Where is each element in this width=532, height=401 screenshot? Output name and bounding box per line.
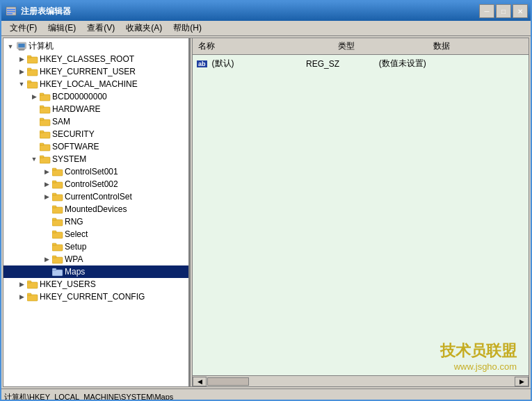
tree-item-hardware[interactable]: HARDWARE — [3, 103, 188, 115]
tree-item-rng[interactable]: RNG — [3, 215, 188, 228]
tree-label-controlset002: ControlSet002 — [65, 179, 118, 189]
expander-system[interactable]: ▼ — [29, 154, 40, 165]
column-headers: 名称 类型 数据 — [193, 38, 529, 55]
expander-currentcontrolset[interactable]: ▶ — [41, 191, 52, 202]
ab-icon: ab — [197, 60, 207, 67]
menu-item-帮助(H)[interactable]: 帮助(H) — [168, 21, 207, 35]
tree-label-security: SECURITY — [52, 129, 95, 139]
svg-rect-28 — [52, 182, 63, 188]
tree-item-currentcontrolset[interactable]: ▶ CurrentControlSet — [3, 190, 188, 203]
registry-values: ab (默认) REG_SZ (数值未设置) — [193, 55, 529, 375]
right-panel: 名称 类型 数据 ab (默认) REG_SZ (数值未设置) ◀ — [193, 38, 529, 386]
tree-label-wpa: WPA — [65, 254, 83, 264]
folder-icon-maps — [52, 268, 63, 277]
menu-item-收藏夹(A)[interactable]: 收藏夹(A) — [120, 21, 168, 35]
tree-panel[interactable]: ▼ 计算机▶ HKEY_CLASSES_ROOT▶ HKEY_CURRENT_U… — [3, 38, 190, 386]
folder-icon-controlset001 — [52, 167, 63, 177]
svg-rect-3 — [7, 13, 13, 15]
svg-rect-27 — [52, 168, 56, 170]
tree-item-system[interactable]: ▼ SYSTEM — [3, 153, 188, 165]
menu-bar: 文件(F)编辑(E)查看(V)收藏夹(A)帮助(H) — [1, 21, 531, 36]
tree-label-software: SOFTWARE — [52, 142, 99, 152]
svg-rect-46 — [27, 295, 38, 301]
svg-rect-32 — [52, 207, 63, 213]
tree-item-local_machine[interactable]: ▼ HKEY_LOCAL_MACHINE — [3, 78, 188, 90]
svg-rect-19 — [40, 118, 44, 120]
expander-rng — [41, 216, 52, 227]
expander-current_user[interactable]: ▶ — [16, 66, 27, 77]
svg-rect-36 — [52, 232, 63, 238]
title-bar-left: 注册表编辑器 — [6, 6, 71, 17]
svg-rect-31 — [52, 193, 56, 195]
tree-item-maps[interactable]: Maps — [3, 265, 188, 278]
svg-rect-44 — [27, 282, 38, 288]
folder-icon-current_user — [27, 67, 38, 76]
expander-bcd[interactable]: ▶ — [29, 91, 40, 102]
tree-item-mounteddevices[interactable]: MountedDevices — [3, 203, 188, 215]
tree-label-hkey_current_config: HKEY_CURRENT_CONFIG — [40, 292, 145, 302]
tree-item-hkey_current_config[interactable]: ▶ HKEY_CURRENT_CONFIG — [3, 290, 188, 303]
menu-item-文件(F)[interactable]: 文件(F) — [4, 21, 42, 35]
col-data: 数据 — [430, 40, 526, 53]
tree-item-wpa[interactable]: ▶ WPA — [3, 253, 188, 265]
menu-item-编辑(E)[interactable]: 编辑(E) — [42, 21, 81, 35]
svg-rect-33 — [52, 206, 56, 208]
tree-label-setup: Setup — [65, 242, 86, 252]
folder-icon-select — [52, 230, 63, 239]
col-type: 类型 — [335, 40, 430, 53]
scroll-right-btn[interactable]: ▶ — [515, 377, 529, 386]
folder-icon-setup — [52, 243, 63, 252]
window-title: 注册表编辑器 — [21, 6, 71, 17]
menu-item-查看(V)[interactable]: 查看(V) — [81, 21, 120, 35]
expander-wpa[interactable]: ▶ — [41, 254, 52, 265]
scroll-left-btn[interactable]: ◀ — [193, 377, 207, 386]
svg-rect-8 — [27, 57, 38, 63]
tree-item-controlset002[interactable]: ▶ ControlSet002 — [3, 178, 188, 190]
tree-item-security[interactable]: SECURITY — [3, 128, 188, 140]
tree-item-bcd[interactable]: ▶ BCD00000000 — [3, 90, 188, 103]
svg-rect-20 — [40, 132, 50, 138]
tree-label-hardware: HARDWARE — [52, 104, 101, 114]
folder-icon-local_machine — [27, 80, 38, 89]
expander-controlset002[interactable]: ▶ — [41, 179, 52, 190]
svg-rect-45 — [27, 281, 31, 283]
svg-rect-5 — [18, 44, 24, 48]
expander-hardware — [29, 104, 40, 115]
expander-local_machine[interactable]: ▼ — [16, 79, 27, 90]
folder-icon-hkey_users — [27, 280, 38, 289]
close-button[interactable]: ✕ — [513, 4, 528, 18]
svg-rect-38 — [52, 245, 63, 251]
maximize-button[interactable]: □ — [496, 4, 511, 18]
tree-item-sam[interactable]: SAM — [3, 115, 188, 128]
scroll-track[interactable] — [207, 377, 515, 386]
tree-item-software[interactable]: SOFTWARE — [3, 140, 188, 153]
expander-controlset001[interactable]: ▶ — [41, 166, 52, 177]
expander-security — [29, 129, 40, 140]
folder-icon-currentcontrolset — [52, 193, 63, 202]
expander-computer[interactable]: ▼ — [5, 41, 16, 52]
folder-icon-controlset002 — [52, 180, 63, 189]
tree-item-setup[interactable]: Setup — [3, 240, 188, 253]
minimize-button[interactable]: ─ — [479, 4, 494, 18]
expander-software — [29, 141, 40, 152]
folder-icon-security — [40, 130, 51, 139]
expander-hkey_users[interactable]: ▶ — [16, 279, 27, 290]
svg-rect-40 — [52, 257, 63, 263]
svg-rect-17 — [40, 106, 44, 108]
tree-item-select[interactable]: Select — [3, 228, 188, 240]
expander-select — [41, 229, 52, 240]
tree-label-bcd: BCD00000000 — [52, 92, 107, 101]
tree-item-controlset001[interactable]: ▶ ControlSet001 — [3, 165, 188, 178]
tree-item-computer[interactable]: ▼ 计算机 — [3, 40, 188, 53]
scroll-thumb[interactable] — [207, 377, 249, 386]
expander-hkey_current_config[interactable]: ▶ — [16, 291, 27, 302]
svg-rect-22 — [40, 145, 50, 151]
default-label: (默认) — [212, 58, 234, 69]
horizontal-scrollbar[interactable]: ◀ ▶ — [193, 375, 529, 386]
folder-icon-classes_root — [27, 55, 38, 64]
tree-label-current_user: HKEY_CURRENT_USER — [40, 67, 136, 76]
expander-classes_root[interactable]: ▶ — [16, 54, 27, 65]
tree-item-current_user[interactable]: ▶ HKEY_CURRENT_USER — [3, 65, 188, 78]
tree-item-classes_root[interactable]: ▶ HKEY_CLASSES_ROOT — [3, 53, 188, 65]
tree-item-hkey_users[interactable]: ▶ HKEY_USERS — [3, 278, 188, 290]
